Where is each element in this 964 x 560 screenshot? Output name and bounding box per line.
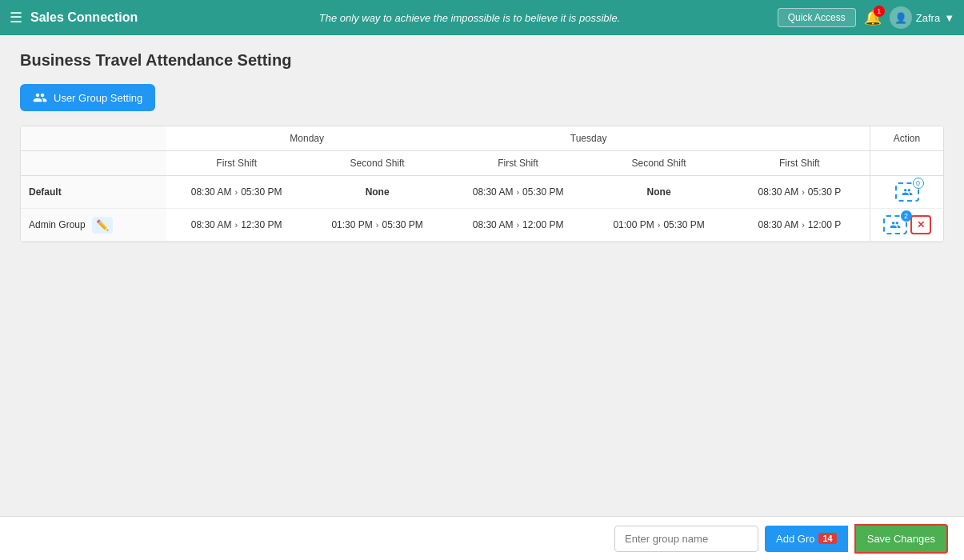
admin-delete-button[interactable]: ✕ [910,215,931,234]
arrow-icon: › [802,220,805,230]
col-name-header [21,126,166,151]
app-header: ☰ Sales Connection The only way to achie… [0,0,964,35]
monday-header: Monday [166,126,448,151]
quick-access-button[interactable]: Quick Access [778,8,856,27]
arrow-icon: › [516,187,519,197]
shift-end: 12:00 PM [522,219,563,230]
edit-icon[interactable]: ✏️ [92,217,113,234]
shift-end: 12:00 P [808,219,841,230]
admin-user-count: 2 [901,210,912,222]
shift-start: 08:30 AM [758,186,798,198]
default-user-count: 0 [913,178,924,189]
main-content: Business Travel Attendance Setting User … [0,35,964,516]
shift-end: 05:30 PM [382,219,422,230]
arrow-icon: › [658,220,661,230]
admin-tue-first: 08:30 AM › 12:00 PM [448,209,589,242]
user-menu[interactable]: 👤 Zafra ▼ [890,6,954,29]
monday-first-shift-header: First Shift [166,151,307,176]
shift-start: 08:30 AM [473,219,514,230]
admin-mon-second: 01:30 PM › 05:30 PM [307,209,448,242]
shift-start: 01:30 PM [331,219,372,230]
admin-users-button[interactable]: 2 [883,215,907,234]
header-right: Quick Access 🔔 1 👤 Zafra ▼ [778,6,954,29]
menu-icon[interactable]: ☰ [10,9,22,26]
shift-start: 08:30 AM [758,219,798,230]
shift-start: 08:30 AM [473,186,514,198]
shift-end: 12:30 PM [241,219,282,230]
arrow-icon: › [376,220,379,230]
admin-group-label: Admin Group [29,219,86,230]
avatar: 👤 [890,6,912,29]
shift-start: 08:30 AM [191,186,232,198]
page-title: Business Travel Attendance Setting [20,51,944,70]
tuesday-first-shift-header: First Shift [448,151,589,176]
users-icon [890,219,901,230]
default-mon-second: None [307,176,448,209]
default-mon-first: 08:30 AM › 05:30 PM [166,176,307,209]
action-subheader [870,151,943,176]
group-name-input[interactable] [614,526,758,552]
user-name: Zafra [916,12,940,24]
footer: Add Gro 14 Save Changes [0,516,964,560]
arrow-icon: › [234,187,238,197]
admin-tue-second: 01:00 PM › 05:30 PM [589,209,730,242]
shift-end: 05:30 PM [522,186,563,198]
attendance-table: Monday Tuesday Action First Shift Second… [20,126,944,242]
user-group-icon [33,90,47,105]
default-wed-first: 08:30 AM › 05:30 P [730,176,870,209]
default-tue-second: None [589,176,730,209]
user-group-setting-label: User Group Setting [54,92,142,104]
users-icon [902,186,913,198]
table-row: Admin Group ✏️ 08:30 AM › 12:30 PM [21,209,943,242]
admin-action: 2 ✕ [870,209,943,242]
add-group-button[interactable]: Add Gro 14 [765,526,848,552]
partial-header [730,126,870,151]
row-name-subheader [21,151,166,176]
header-motto: The only way to achieve the impossible i… [162,12,778,24]
row-name-admin: Admin Group ✏️ [21,209,166,242]
save-changes-button[interactable]: Save Changes [854,524,948,554]
app-title: Sales Connection [30,10,138,25]
arrow-icon: › [802,187,805,197]
admin-wed-first: 08:30 AM › 12:00 P [730,209,870,242]
notification-bell[interactable]: 🔔 1 [864,9,882,26]
shift-start: 08:30 AM [191,219,232,230]
shift-end: 05:30 P [808,186,841,198]
shift-end: 05:30 PM [663,219,704,230]
wed-first-shift-header: First Shift [730,151,870,176]
default-users-button[interactable]: 0 [895,182,919,202]
monday-second-shift-header: Second Shift [307,151,448,176]
add-group-label: Add Gro [776,533,814,545]
add-group-badge: 14 [818,533,836,544]
chevron-down-icon: ▼ [944,12,954,24]
default-action: 0 [870,176,943,209]
arrow-icon: › [234,220,238,230]
user-group-setting-button[interactable]: User Group Setting [20,84,155,111]
shift-start: 01:00 PM [613,219,654,230]
tuesday-second-shift-header: Second Shift [589,151,730,176]
tuesday-header: Tuesday [448,126,730,151]
arrow-icon: › [516,220,519,230]
row-name-default: Default [21,176,166,209]
default-tue-first: 08:30 AM › 05:30 PM [448,176,589,209]
admin-mon-first: 08:30 AM › 12:30 PM [166,209,307,242]
action-header: Action [870,126,943,151]
table-row: Default 08:30 AM › 05:30 PM None 08:30 A… [21,176,943,209]
notification-badge: 1 [874,6,885,17]
shift-end: 05:30 PM [241,186,282,198]
